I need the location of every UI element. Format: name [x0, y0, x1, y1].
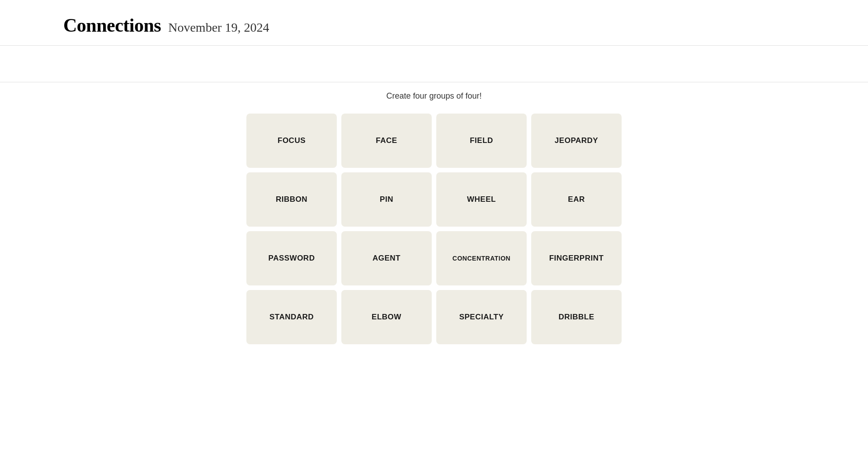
top-divider [0, 45, 868, 46]
tile-label: DRIBBLE [558, 313, 594, 322]
tile-focus[interactable]: FOCUS [246, 114, 337, 168]
tile-password[interactable]: PASSWORD [246, 231, 337, 285]
tile-pin[interactable]: PIN [341, 172, 432, 227]
tile-label: RIBBON [276, 195, 307, 204]
tile-label: PIN [380, 195, 393, 204]
tile-label: FINGERPRINT [549, 254, 604, 263]
tile-field[interactable]: FIELD [436, 114, 527, 168]
tile-face[interactable]: FACE [341, 114, 432, 168]
tile-label: STANDARD [269, 313, 314, 322]
spacer [0, 50, 868, 77]
tile-agent[interactable]: AGENT [341, 231, 432, 285]
tile-label: PASSWORD [269, 254, 315, 263]
tile-concentration[interactable]: CONCENTRATION [436, 231, 527, 285]
tile-label: AGENT [373, 254, 401, 263]
tile-label: CONCENTRATION [453, 255, 510, 262]
page-header: Connections November 19, 2024 [0, 0, 868, 45]
tile-label: EAR [568, 195, 585, 204]
tile-grid: FOCUSFACEFIELDJEOPARDYRIBBONPINWHEELEARP… [246, 114, 622, 344]
tile-label: JEOPARDY [555, 136, 598, 145]
tile-label: SPECIALTY [459, 313, 504, 322]
tile-standard[interactable]: STANDARD [246, 290, 337, 344]
tile-jeopardy[interactable]: JEOPARDY [531, 114, 622, 168]
tile-label: WHEEL [467, 195, 496, 204]
tile-label: FACE [376, 136, 397, 145]
tile-ear[interactable]: EAR [531, 172, 622, 227]
tile-ribbon[interactable]: RIBBON [246, 172, 337, 227]
tile-specialty[interactable]: SPECIALTY [436, 290, 527, 344]
page-date: November 19, 2024 [168, 20, 269, 35]
tile-dribble[interactable]: DRIBBLE [531, 290, 622, 344]
tile-label: FOCUS [278, 136, 306, 145]
tile-label: FIELD [470, 136, 493, 145]
tile-fingerprint[interactable]: FINGERPRINT [531, 231, 622, 285]
tile-elbow[interactable]: ELBOW [341, 290, 432, 344]
tile-label: ELBOW [372, 313, 401, 322]
tile-wheel[interactable]: WHEEL [436, 172, 527, 227]
page-title: Connections [63, 14, 161, 36]
game-area: Create four groups of four! FOCUSFACEFIE… [0, 82, 868, 344]
game-subtitle: Create four groups of four! [386, 91, 481, 101]
